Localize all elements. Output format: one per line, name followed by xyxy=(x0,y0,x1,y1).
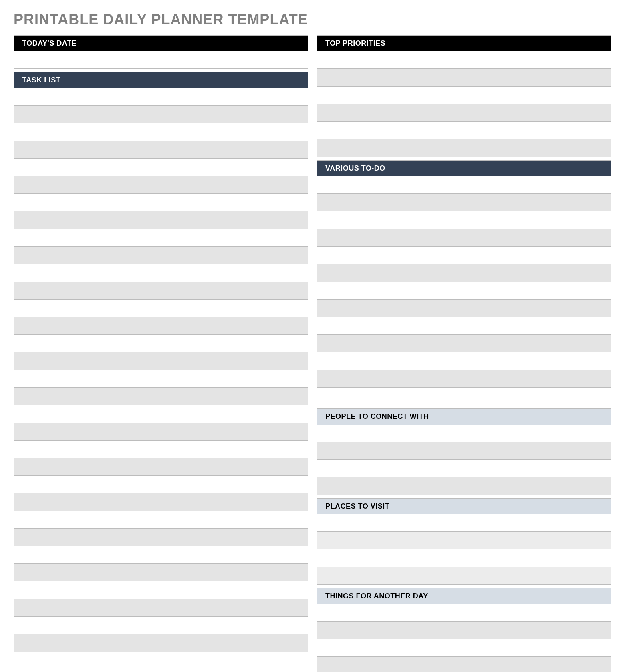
various-todo-row[interactable] xyxy=(317,176,611,194)
various-todo-row[interactable] xyxy=(317,352,611,370)
todays-date-row[interactable] xyxy=(14,51,308,69)
another-day-row[interactable] xyxy=(317,622,611,639)
various-todo-row[interactable] xyxy=(317,264,611,282)
section-people-to-connect: PEOPLE TO CONNECT WITH xyxy=(317,408,611,495)
people-row[interactable] xyxy=(317,460,611,477)
left-column: TODAY'S DATE TASK LIST xyxy=(14,35,308,672)
task-list-row[interactable] xyxy=(14,388,308,405)
various-todo-row[interactable] xyxy=(317,370,611,388)
task-list-row[interactable] xyxy=(14,599,308,617)
top-priorities-row[interactable] xyxy=(317,104,611,122)
task-list-row[interactable] xyxy=(14,159,308,176)
task-list-row[interactable] xyxy=(14,282,308,300)
task-list-row[interactable] xyxy=(14,493,308,511)
task-list-row[interactable] xyxy=(14,317,308,335)
task-list-row[interactable] xyxy=(14,123,308,141)
header-top-priorities: TOP PRIORITIES xyxy=(317,35,611,51)
section-things-for-another-day: THINGS FOR ANOTHER DAY xyxy=(317,588,611,672)
people-row[interactable] xyxy=(317,477,611,495)
another-day-row[interactable] xyxy=(317,604,611,622)
various-todo-row[interactable] xyxy=(317,229,611,247)
header-people-to-connect: PEOPLE TO CONNECT WITH xyxy=(317,408,611,425)
various-todo-row[interactable] xyxy=(317,300,611,317)
task-list-row[interactable] xyxy=(14,617,308,634)
task-list-row[interactable] xyxy=(14,370,308,388)
people-row[interactable] xyxy=(317,425,611,442)
task-list-row[interactable] xyxy=(14,300,308,317)
header-task-list: TASK LIST xyxy=(14,72,308,88)
places-row[interactable] xyxy=(317,567,611,585)
task-list-row[interactable] xyxy=(14,458,308,476)
task-list-row[interactable] xyxy=(14,564,308,581)
another-day-row[interactable] xyxy=(317,657,611,672)
various-todo-row[interactable] xyxy=(317,388,611,405)
various-todo-row[interactable] xyxy=(317,211,611,229)
top-priorities-row[interactable] xyxy=(317,69,611,87)
planner-columns: TODAY'S DATE TASK LIST xyxy=(14,35,611,672)
header-places-to-visit: PLACES TO VISIT xyxy=(317,498,611,514)
task-list-row[interactable] xyxy=(14,264,308,282)
header-various-todo: VARIOUS TO-DO xyxy=(317,160,611,176)
top-priorities-row[interactable] xyxy=(317,51,611,69)
places-row[interactable] xyxy=(317,514,611,532)
top-priorities-row[interactable] xyxy=(317,139,611,157)
right-column: TOP PRIORITIES VARIOUS TO-DO PEOP xyxy=(317,35,611,672)
section-top-priorities: TOP PRIORITIES xyxy=(317,35,611,157)
page-title: PRINTABLE DAILY PLANNER TEMPLATE xyxy=(14,11,611,28)
task-list-row[interactable] xyxy=(14,634,308,652)
task-list-row[interactable] xyxy=(14,211,308,229)
task-list-row[interactable] xyxy=(14,546,308,564)
places-row[interactable] xyxy=(317,532,611,549)
various-todo-row[interactable] xyxy=(317,194,611,211)
various-todo-row[interactable] xyxy=(317,282,611,300)
various-todo-row[interactable] xyxy=(317,317,611,335)
section-places-to-visit: PLACES TO VISIT xyxy=(317,498,611,585)
another-day-row[interactable] xyxy=(317,639,611,657)
task-list-row[interactable] xyxy=(14,88,308,106)
task-list-row[interactable] xyxy=(14,476,308,493)
task-list-row[interactable] xyxy=(14,581,308,599)
section-various-todo: VARIOUS TO-DO xyxy=(317,160,611,405)
section-task-list: TASK LIST xyxy=(14,72,308,652)
header-things-for-another-day: THINGS FOR ANOTHER DAY xyxy=(317,588,611,604)
task-list-row[interactable] xyxy=(14,511,308,529)
task-list-row[interactable] xyxy=(14,335,308,352)
task-list-row[interactable] xyxy=(14,352,308,370)
task-list-row[interactable] xyxy=(14,194,308,211)
top-priorities-row[interactable] xyxy=(317,87,611,104)
task-list-row[interactable] xyxy=(14,176,308,194)
various-todo-row[interactable] xyxy=(317,335,611,352)
task-list-row[interactable] xyxy=(14,141,308,159)
task-list-row[interactable] xyxy=(14,441,308,458)
task-list-row[interactable] xyxy=(14,423,308,441)
people-row[interactable] xyxy=(317,442,611,460)
task-list-row[interactable] xyxy=(14,106,308,123)
task-list-row[interactable] xyxy=(14,229,308,247)
task-list-row[interactable] xyxy=(14,405,308,423)
section-todays-date: TODAY'S DATE xyxy=(14,35,308,69)
places-row[interactable] xyxy=(317,549,611,567)
various-todo-row[interactable] xyxy=(317,247,611,264)
task-list-row[interactable] xyxy=(14,247,308,264)
task-list-row[interactable] xyxy=(14,529,308,546)
top-priorities-row[interactable] xyxy=(317,122,611,139)
header-todays-date: TODAY'S DATE xyxy=(14,35,308,51)
